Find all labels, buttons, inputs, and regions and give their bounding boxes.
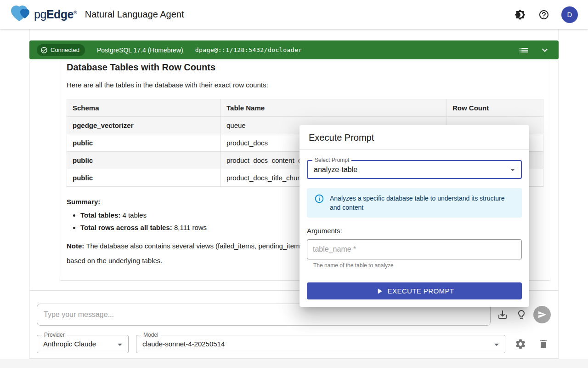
check-circle-icon [40,46,48,54]
table-header-row: Schema Table Name Row Count [67,99,543,117]
play-icon [375,287,384,296]
column-header-table-name: Table Name [221,99,447,117]
help-icon[interactable] [537,8,550,21]
cell-schema: public [67,152,221,169]
provider-select[interactable]: Provider Anthropic Claude [37,335,129,353]
cell-schema: public [67,134,221,152]
trash-icon[interactable] [537,338,550,351]
dropdown-caret-icon [114,339,125,352]
app-header: pgEdge® Natural Language Agent D [0,0,588,29]
message-intro: Here are all the tables in the database … [67,81,543,89]
chevron-down-icon[interactable] [538,44,551,57]
dropdown-caret-icon [507,164,518,177]
column-header-schema: Schema [67,99,221,117]
select-prompt-value: analyze-table [308,161,521,178]
send-icon [537,310,547,319]
connected-status-badge: Connected [37,44,85,56]
dialog-title: Execute Prompt [300,125,529,150]
model-value: claude-sonnet-4-20250514 [136,335,505,353]
connection-status-label: Connected [51,46,79,53]
app-screen: pgEdge® Natural Language Agent D Databas… [0,0,588,368]
select-prompt-label: Select Prompt [312,157,351,163]
lightbulb-prompt-icon[interactable] [515,308,528,321]
table-name-input[interactable] [307,239,522,259]
column-header-row-count: Row Count [447,99,543,117]
dark-mode-toggle-icon[interactable] [514,8,526,21]
connection-list-icon[interactable] [517,44,530,57]
select-prompt-dropdown[interactable]: Select Prompt analyze-table [307,160,522,179]
execute-prompt-dialog: Execute Prompt Select Prompt analyze-tab… [300,125,529,307]
settings-gear-icon[interactable] [514,338,527,351]
pgedge-wordmark: pgEdge® [34,8,77,21]
execute-prompt-button[interactable]: EXECUTE PROMPT [307,282,522,299]
info-icon [314,194,324,204]
pgedge-logo-icon [10,5,31,25]
prompt-info-alert: Analyzes a specific database table to un… [307,188,522,218]
bullet-value: 4 tables [122,211,147,219]
prompt-description: Analyzes a specific database table to un… [330,194,514,212]
model-label: Model [141,332,161,338]
cell-schema: pgedge_vectorizer [67,117,221,134]
send-button[interactable] [533,306,551,323]
bullet-label: Total tables: [80,211,120,219]
note-label: Note: [67,242,84,250]
arguments-label: Arguments: [307,227,522,235]
user-avatar[interactable]: D [561,6,578,23]
dropdown-caret-icon [491,339,502,352]
page-bottom-strip [0,359,588,368]
message-heading: Database Tables with Row Counts [67,62,543,73]
message-input[interactable] [37,304,491,326]
server-version-label: PostgreSQL 17.4 (Homebrew) [97,46,183,54]
connection-status-bar: Connected PostgreSQL 17.4 (Homebrew) dpa… [29,40,559,59]
download-icon[interactable] [496,308,509,321]
connection-string: dpage@::1/128:5432/docloader [195,46,302,53]
model-select[interactable]: Model claude-sonnet-4-20250514 [136,335,505,353]
cell-schema: public [67,169,221,187]
bullet-value: 8,111 rows [174,224,207,231]
pgedge-logo: pgEdge® [10,5,77,25]
argument-helper-text: The name of the table to analyze [313,262,522,269]
provider-label: Provider [42,332,67,338]
page-title: Natural Language Agent [85,9,184,20]
bullet-label: Total rows across all tables: [80,224,172,231]
